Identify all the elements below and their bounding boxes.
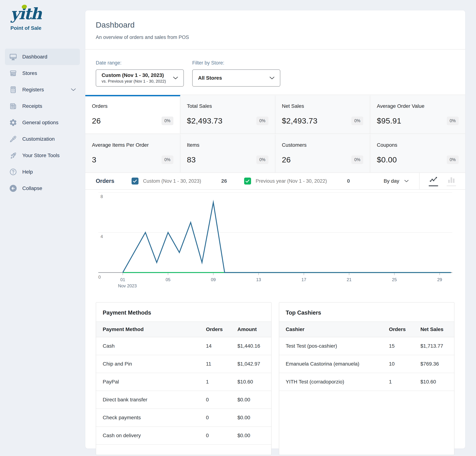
sidebar-item-label: Registers — [22, 87, 44, 93]
stat-tile-change-badge: 0% — [162, 117, 173, 125]
stat-tile-average-items-per-order[interactable]: Average Items Per Order30% — [85, 134, 180, 173]
stat-tile-change-badge: 0% — [162, 155, 173, 164]
legend-checkbox[interactable] — [132, 177, 138, 185]
column-header-orders: Orders — [382, 322, 414, 337]
bar-chart-button[interactable] — [447, 176, 456, 186]
chart-legend: Custom (Nov 1 - 30, 2023)26Previous year… — [132, 177, 367, 185]
store-filter-label: Filter by Store: — [192, 60, 280, 66]
receipt-icon — [9, 102, 17, 110]
top-cashiers-table: CashierOrdersNet Sales Test Test (pos-ca… — [279, 321, 454, 391]
sidebar-item-stores[interactable]: Stores — [5, 65, 80, 82]
date-range-select[interactable]: Custom (Nov 1 - 30, 2023) vs. Previous y… — [96, 69, 184, 87]
stat-tile-label: Orders — [92, 103, 173, 109]
stat-tile-label: Total Sales — [187, 103, 268, 109]
eyedropper-icon — [9, 135, 17, 143]
stat-tile-value: 26 — [92, 116, 101, 125]
table-row: Emanuela Castorina (emanuela)10$769.36 — [279, 355, 454, 373]
store-select[interactable]: All Stores — [192, 69, 280, 87]
sidebar-item-registers[interactable]: Registers — [5, 82, 80, 98]
sidebar-menu: DashboardStoresRegistersReceiptsGeneral … — [0, 49, 85, 197]
table-cell: 1 — [382, 373, 414, 391]
sidebar-item-general-options[interactable]: General options — [5, 114, 80, 131]
stat-tile-row: 260% — [92, 116, 173, 125]
legend-value: 0 — [347, 178, 350, 184]
legend-checkbox[interactable] — [244, 177, 251, 185]
page-title: Dashboard — [96, 20, 455, 29]
stat-tile-coupons[interactable]: Coupons$0.000% — [370, 134, 465, 173]
stat-tile-orders[interactable]: Orders260% — [85, 95, 180, 134]
line-chart-button[interactable] — [429, 176, 438, 186]
stat-tile-value: 26 — [282, 155, 291, 164]
stat-tile-change-badge: 0% — [256, 117, 268, 125]
sidebar-item-dashboard[interactable]: Dashboard — [5, 49, 80, 65]
table-row: Cash14$1,440.16 — [96, 337, 271, 355]
table-cell: Direct bank transfer — [96, 391, 199, 409]
sidebar-item-label: Collapse — [22, 186, 42, 191]
table-row: Direct bank transfer0$0.00 — [96, 391, 271, 409]
stat-tile-change-badge: 0% — [256, 155, 268, 164]
stat-tile-value: 83 — [187, 155, 196, 164]
line-chart-icon — [429, 176, 438, 184]
bottom-tables: Payment Methods Payment MethodOrdersAmou… — [85, 294, 465, 455]
table-cell: PayPal — [96, 373, 199, 391]
gear-icon — [9, 118, 17, 127]
stat-tile-row: 30% — [92, 155, 173, 164]
date-range-comparison: vs. Previous year (Nov 1 - 30, 2022) — [102, 79, 173, 84]
table-cell: $0.00 — [231, 409, 271, 427]
table-cell: $0.00 — [231, 391, 271, 409]
payment-methods-title: Payment Methods — [96, 303, 271, 321]
stat-tile-customers[interactable]: Customers260% — [275, 134, 370, 173]
sidebar-item-customization[interactable]: Customization — [5, 131, 80, 147]
stat-tile-change-badge: 0% — [351, 117, 363, 125]
logo-tagline: Point of Sale — [10, 25, 85, 31]
sidebar-item-label: Stores — [22, 70, 37, 76]
chart-title: Orders — [96, 178, 114, 184]
sidebar-item-label: Your Store Tools — [22, 152, 60, 158]
bar-chart-indicator — [447, 185, 456, 186]
top-cashiers-title: Top Cashiers — [279, 303, 454, 321]
chart-type-buttons — [420, 176, 465, 186]
interval-value: By day — [383, 178, 399, 184]
chevron-down-icon — [71, 88, 76, 91]
chevron-down-icon — [270, 76, 274, 79]
bar-chart-icon — [447, 176, 456, 184]
table-cell: 0 — [199, 427, 231, 445]
svg-text:01: 01 — [120, 277, 125, 282]
stat-tile-change-badge: 0% — [447, 155, 459, 164]
svg-text:13: 13 — [256, 277, 261, 282]
sidebar-item-receipts[interactable]: Receipts — [5, 98, 80, 114]
stat-tile-net-sales[interactable]: Net Sales$2,493.730% — [275, 95, 370, 134]
interval-select[interactable]: By day — [383, 178, 408, 184]
stat-tile-total-sales[interactable]: Total Sales$2,493.730% — [180, 95, 275, 134]
table-cell: Cash on delivery — [96, 427, 199, 445]
table-cell: $1,713.77 — [414, 337, 454, 355]
stat-tile-items[interactable]: Items830% — [180, 134, 275, 173]
filters: Date range: Custom (Nov 1 - 30, 2023) vs… — [85, 50, 465, 95]
table-cell: $10.60 — [414, 373, 454, 391]
date-range-filter: Date range: Custom (Nov 1 - 30, 2023) vs… — [96, 60, 184, 87]
table-row: Test Test (pos-cashier)15$1,713.77 — [279, 337, 454, 355]
sidebar-item-collapse[interactable]: Collapse — [5, 180, 80, 197]
stat-tile-change-badge: 0% — [351, 155, 363, 164]
table-row: Check payments0$0.00 — [96, 409, 271, 427]
legend-item-custom-nov-1-30-2023: Custom (Nov 1 - 30, 2023)26 — [132, 177, 244, 185]
card-bottom-padding — [85, 455, 465, 456]
line-chart-active-indicator — [429, 185, 438, 186]
empty-table-row — [96, 445, 271, 455]
orders-line-chart: 4800105091317212529Nov 2023 — [96, 192, 455, 288]
sidebar-item-help[interactable]: Help — [5, 164, 80, 180]
sidebar-item-label: General options — [22, 120, 59, 126]
sidebar-item-your-store-tools[interactable]: Your Store Tools — [5, 147, 80, 164]
stat-tile-change-badge: 0% — [447, 117, 459, 125]
chart-header: Orders Custom (Nov 1 - 30, 2023)26Previo… — [85, 173, 465, 190]
stat-tile-average-order-value[interactable]: Average Order Value$95.910% — [370, 95, 465, 134]
table-cell: 11 — [199, 355, 231, 373]
stat-tile-value: 3 — [92, 155, 96, 164]
table-row: Chip and Pin11$1,042.97 — [96, 355, 271, 373]
date-range-texts: Custom (Nov 1 - 30, 2023) vs. Previous y… — [102, 72, 173, 84]
collapse-icon — [9, 184, 17, 193]
store-select-value: All Stores — [198, 75, 270, 81]
svg-text:8: 8 — [101, 194, 103, 199]
stat-tile-label: Net Sales — [282, 103, 364, 109]
app-logo: yith Point of Sale — [0, 6, 85, 31]
